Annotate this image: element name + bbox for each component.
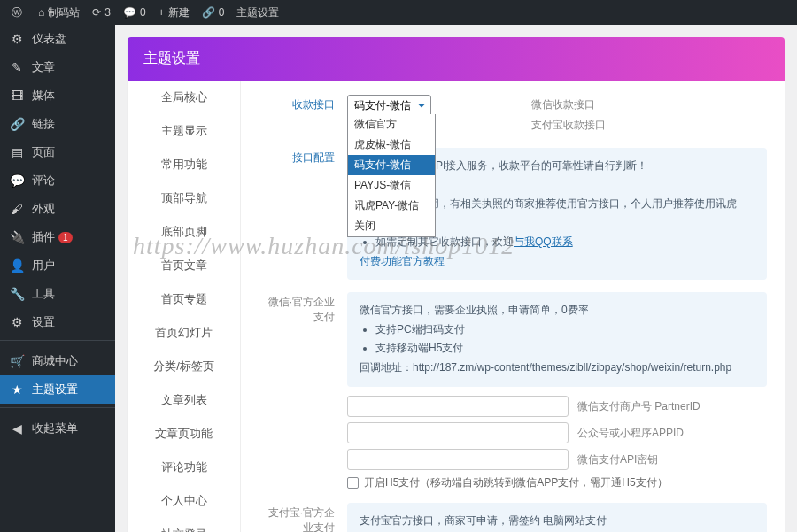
menu-icon: 💬 [9, 173, 25, 188]
select-dropdown: 微信官方虎皮椒-微信码支付-微信PAYJS-微信讯虎PAY-微信关闭 [347, 114, 436, 237]
menu-icon: ★ [9, 382, 25, 397]
admin-menu-item[interactable]: 🔗链接 [0, 110, 115, 138]
updates-count: 3 [104, 6, 111, 19]
alipay-section-label: 支付宝·官方企业支付 [259, 503, 347, 532]
comments-link[interactable]: 💬0 [117, 0, 152, 25]
menu-icon: 🔌 [9, 230, 25, 244]
sub-nav-item[interactable]: 分类/标签页 [128, 350, 240, 383]
sub-nav-item[interactable]: 个人中心 [128, 484, 240, 518]
admin-menu-item[interactable]: ◀收起菜单 [0, 414, 115, 443]
sub-nav-item[interactable]: 首页幻灯片 [128, 316, 240, 350]
menu-icon: ▤ [9, 145, 25, 159]
sub-nav-item[interactable]: 常用功能 [128, 148, 240, 181]
new-label: 新建 [168, 5, 190, 20]
menu-icon: ⚙ [9, 315, 25, 329]
dropdown-option[interactable]: 关闭 [348, 216, 435, 236]
sub-nav-item[interactable]: 文章页功能 [128, 417, 240, 451]
menu-icon: 🔧 [9, 287, 25, 301]
sub-nav-item[interactable]: 主题显示 [128, 114, 240, 148]
admin-menu-item[interactable]: 🛒商城中心 [0, 347, 115, 375]
menu-label: 工具 [32, 286, 55, 302]
plus-icon: + [159, 6, 165, 19]
theme-settings-panel: 主题设置 全局核心主题显示常用功能顶部导航底部页脚首页文章首页专题首页幻灯片分类… [128, 37, 785, 532]
menu-icon: 👤 [9, 258, 25, 273]
admin-menu: ⚙仪表盘✎文章🎞媒体🔗链接▤页面💬评论🖌外观🔌插件1👤用户🔧工具⚙设置🛒商城中心… [0, 25, 115, 532]
admin-menu-item[interactable]: 🔌插件1 [0, 223, 115, 251]
sub-nav-item[interactable]: 首页文章 [128, 249, 240, 282]
sub-nav-item[interactable]: 顶部导航 [128, 181, 240, 215]
admin-menu-item[interactable]: ⚙仪表盘 [0, 25, 115, 53]
admin-menu-item[interactable]: 👤用户 [0, 251, 115, 280]
dropdown-option[interactable]: 讯虎PAY-微信 [348, 196, 435, 216]
h5-checkbox-row: 开启H5支付（移动端自动跳转到微信APP支付，需开通H5支付） [347, 475, 767, 490]
dropdown-option[interactable]: 码支付-微信 [348, 155, 435, 175]
settings-sub-nav: 全局核心主题显示常用功能顶部导航底部页脚首页文章首页专题首页幻灯片分类/标签页文… [128, 81, 241, 532]
admin-menu-item[interactable]: ▤页面 [0, 138, 115, 166]
admin-menu-item[interactable]: 🎞媒体 [0, 81, 115, 110]
admin-menu-item[interactable]: ✎文章 [0, 53, 115, 81]
link-icon: 🔗 [202, 6, 215, 19]
new-content-link[interactable]: +新建 [152, 0, 196, 25]
alipay-api-text: 支付宝收款接口 [531, 115, 606, 135]
menu-label: 用户 [32, 258, 55, 274]
apikey-input[interactable] [347, 449, 569, 470]
h5-checkbox[interactable] [347, 477, 359, 489]
comments-count: 0 [140, 6, 146, 19]
sub-nav-item[interactable]: 首页专题 [128, 282, 240, 316]
wechat-bullet: 支持移动端H5支付 [375, 339, 754, 359]
payment-api-label: 收款接口 [259, 95, 347, 135]
payment-api-row: 收款接口 码支付-微信 微信官方虎皮椒-微信码支付-微信PAYJS-微信讯虎PA… [259, 95, 767, 135]
menu-label: 主题设置 [32, 382, 78, 397]
dropdown-option[interactable]: 微信官方 [348, 114, 435, 135]
links-admin-link[interactable]: 🔗0 [196, 0, 231, 25]
appid-input[interactable] [347, 422, 569, 443]
wordpress-icon: ⓦ [12, 5, 22, 20]
site-name-link[interactable]: ⌂制码站 [32, 0, 86, 25]
dropdown-option[interactable]: PAYJS-微信 [348, 175, 435, 196]
appid-label: 公众号或小程序APPID [577, 426, 684, 441]
wp-logo[interactable]: ⓦ [5, 0, 32, 25]
refresh-icon: ⟳ [92, 6, 101, 19]
admin-menu-item[interactable]: ⚙设置 [0, 308, 115, 336]
menu-label: 媒体 [32, 88, 55, 104]
menu-icon: 🖌 [9, 202, 25, 216]
comment-icon: 💬 [123, 6, 136, 19]
partner-id-input[interactable] [347, 396, 569, 417]
alipay-info-header: 支付宝官方接口，商家可申请，需签约 电脑网站支付 [360, 512, 754, 531]
side-labels: 微信收款接口 支付宝收款接口 [531, 95, 606, 135]
admin-menu-item[interactable]: 🔧工具 [0, 280, 115, 308]
wechat-api-text: 微信收款接口 [531, 95, 606, 115]
menu-label: 评论 [32, 173, 55, 189]
partner-id-label: 微信支付商户号 PartnerID [577, 399, 700, 414]
sub-nav-item[interactable]: 文章列表 [128, 383, 240, 417]
alipay-official-row: 支付宝·官方企业支付 支付宝官方接口，商家可申请，需签约 电脑网站支付 如需接入… [259, 503, 767, 532]
theme-settings-text: 主题设置 [236, 5, 279, 20]
menu-icon: 🎞 [9, 89, 25, 103]
panel-title: 主题设置 [128, 37, 785, 81]
admin-menu-item[interactable]: ★主题设置 [0, 375, 115, 404]
dropdown-option[interactable]: 虎皮椒-微信 [348, 135, 435, 155]
alipay-info: 支付宝官方接口，商家可申请，需签约 电脑网站支付 如需接入此方式请填写下方参数，… [347, 503, 767, 532]
site-name-text: 制码站 [48, 5, 80, 20]
wp-admin-bar: ⓦ ⌂制码站 ⟳3 💬0 +新建 🔗0 主题设置 [0, 0, 797, 25]
wechat-api-select[interactable]: 码支付-微信 微信官方虎皮椒-微信码支付-微信PAYJS-微信讯虎PAY-微信关… [347, 95, 431, 117]
theme-settings-link[interactable]: 主题设置 [230, 0, 285, 25]
admin-menu-item[interactable]: 🖌外观 [0, 195, 115, 223]
update-badge: 1 [58, 232, 73, 243]
wechat-info-header: 微信官方接口，需要企业执照，申请简单，0费率 [360, 301, 754, 320]
sub-nav-item[interactable]: 社交登录 [128, 518, 240, 532]
sub-nav-item[interactable]: 评论功能 [128, 451, 240, 484]
menu-label: 链接 [32, 116, 55, 132]
qq-contact-link[interactable]: 与我QQ联系 [514, 235, 573, 248]
sub-nav-item[interactable]: 底部页脚 [128, 215, 240, 249]
admin-menu-item[interactable]: 💬评论 [0, 166, 115, 195]
menu-icon: 🛒 [9, 354, 25, 368]
sub-nav-item[interactable]: 全局核心 [128, 81, 240, 114]
h5-checkbox-label: 开启H5支付（移动端自动跳转到微信APP支付，需开通H5支付） [364, 475, 668, 490]
tutorial-link[interactable]: 付费功能官方教程 [360, 255, 445, 267]
menu-label: 设置 [32, 314, 55, 330]
home-icon: ⌂ [38, 6, 44, 19]
menu-label: 文章 [32, 59, 55, 75]
updates-link[interactable]: ⟳3 [86, 0, 117, 25]
menu-icon: ⚙ [9, 32, 25, 46]
